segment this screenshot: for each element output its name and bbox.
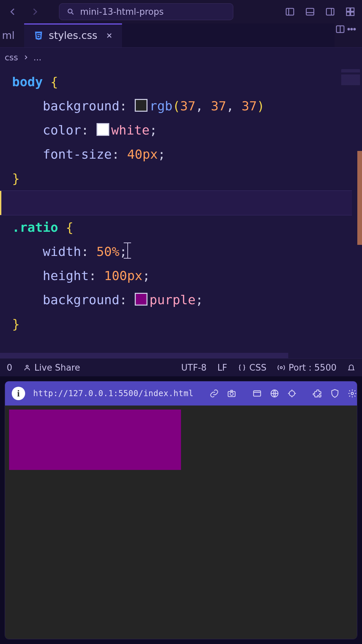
- window-icon: [252, 389, 262, 398]
- title-bar: mini-13-html-props: [0, 0, 362, 23]
- browser-devices-button[interactable]: [252, 388, 262, 398]
- scrollbar-horizontal[interactable]: [0, 353, 288, 358]
- panel-right-icon: [325, 7, 335, 17]
- preview-viewport: [5, 406, 357, 639]
- target-icon: [287, 389, 297, 398]
- code-line-active: [0, 191, 352, 215]
- panel-bottom-icon: [305, 7, 315, 17]
- breadcrumb[interactable]: css ...: [0, 48, 362, 67]
- puzzle-icon: [313, 389, 322, 398]
- code-line: font-size: 40px;: [12, 142, 352, 166]
- breadcrumb-item: css: [5, 53, 18, 62]
- panel-left-toggle[interactable]: [284, 6, 296, 17]
- chevron-right-icon: [23, 54, 29, 60]
- code-line: color: white;: [12, 118, 352, 142]
- svg-point-23: [289, 391, 295, 396]
- tab-more-button[interactable]: [346, 23, 357, 35]
- svg-rect-9: [347, 12, 350, 15]
- svg-rect-8: [351, 8, 354, 11]
- tab-prev-partial[interactable]: ml: [0, 23, 24, 47]
- code-line: body {: [12, 70, 352, 94]
- svg-rect-5: [326, 8, 334, 15]
- browser-inspect-button[interactable]: [287, 388, 297, 398]
- arrow-left-icon: [8, 7, 18, 17]
- svg-rect-1: [286, 8, 294, 15]
- svg-point-13: [348, 29, 350, 30]
- status-encoding[interactable]: UTF-8: [181, 363, 207, 373]
- code-line: height: 100px;: [12, 264, 352, 288]
- tab-label: ml: [2, 30, 15, 41]
- browser-settings-button[interactable]: [348, 388, 357, 398]
- browser-screenshot-button[interactable]: [227, 388, 236, 398]
- dots-icon: [347, 24, 357, 34]
- css-file-icon: [34, 31, 44, 41]
- grid-icon: [345, 7, 355, 17]
- svg-point-15: [354, 29, 355, 30]
- camera-icon: [227, 389, 236, 398]
- nav-forward-button[interactable]: [28, 5, 42, 18]
- svg-point-19: [230, 392, 233, 395]
- svg-point-0: [68, 9, 72, 13]
- site-info-button[interactable]: i: [12, 387, 25, 400]
- close-icon: [106, 32, 113, 39]
- search-icon: [67, 8, 75, 16]
- panel-left-icon: [285, 7, 295, 17]
- browser-extensions-button[interactable]: [313, 388, 322, 398]
- code-line: width: 50%;: [12, 239, 352, 264]
- status-left-partial[interactable]: 0: [7, 363, 12, 373]
- scrollbar-vertical[interactable]: [357, 151, 362, 245]
- browser-shield-button[interactable]: [330, 388, 340, 398]
- tab-styles-css[interactable]: styles.css: [24, 23, 122, 47]
- panel-right-toggle[interactable]: [324, 6, 336, 17]
- preview-ratio-element: [9, 410, 181, 470]
- status-notifications[interactable]: [347, 364, 355, 372]
- svg-point-14: [351, 29, 353, 30]
- preview-panel: i http://127.0.0.1:5500/index.html: [0, 376, 362, 644]
- arrow-right-icon: [30, 7, 40, 17]
- editor-tabs: ml styles.css: [0, 23, 362, 48]
- tab-close-button[interactable]: [106, 30, 113, 41]
- search-text: mini-13-html-props: [80, 7, 164, 17]
- svg-rect-10: [351, 12, 354, 15]
- text-cursor-icon: [127, 243, 128, 259]
- link-icon: [209, 389, 219, 398]
- status-bar: 0 Live Share UTF-8 LF CSS Port : 5500: [0, 358, 362, 376]
- code-editor[interactable]: body { background: rgb(37, 37, 37) color…: [0, 67, 362, 358]
- color-swatch[interactable]: [97, 123, 109, 136]
- browser-globe-button[interactable]: [270, 388, 279, 398]
- code-line: background: purple;: [12, 288, 352, 312]
- svg-rect-7: [347, 8, 350, 11]
- nav-back-button[interactable]: [6, 5, 19, 18]
- breadcrumb-item: ...: [34, 53, 42, 62]
- shield-icon: [330, 389, 340, 398]
- braces-icon: [238, 364, 246, 372]
- gear-icon: [348, 389, 357, 398]
- code-line: .ratio {: [12, 215, 352, 239]
- split-icon: [335, 24, 345, 34]
- browser-toolbar: i http://127.0.0.1:5500/index.html: [5, 381, 357, 406]
- broadcast-icon: [277, 364, 285, 372]
- code-line: }: [12, 312, 352, 336]
- split-editor-button[interactable]: [335, 23, 346, 35]
- layout-grid-toggle[interactable]: [345, 6, 356, 17]
- color-swatch[interactable]: [135, 99, 147, 112]
- code-line: background: rgb(37, 37, 37): [12, 94, 352, 118]
- bell-icon: [347, 364, 355, 372]
- status-port[interactable]: Port : 5500: [277, 363, 337, 373]
- liveshare-icon: [23, 364, 31, 372]
- status-language[interactable]: CSS: [238, 363, 266, 373]
- color-swatch[interactable]: [135, 293, 147, 306]
- svg-point-16: [26, 365, 28, 367]
- status-liveshare[interactable]: Live Share: [23, 363, 80, 373]
- globe-icon: [270, 389, 279, 398]
- minimap[interactable]: [341, 69, 360, 96]
- svg-point-28: [351, 392, 354, 395]
- svg-point-17: [280, 367, 282, 369]
- browser-link-button[interactable]: [209, 388, 219, 398]
- browser-url[interactable]: http://127.0.0.1:5500/index.html: [33, 389, 193, 398]
- status-eol[interactable]: LF: [217, 363, 227, 373]
- command-search-box[interactable]: mini-13-html-props: [59, 3, 233, 20]
- panel-bottom-toggle[interactable]: [304, 6, 316, 17]
- code-line: }: [12, 166, 352, 191]
- svg-rect-20: [254, 391, 261, 396]
